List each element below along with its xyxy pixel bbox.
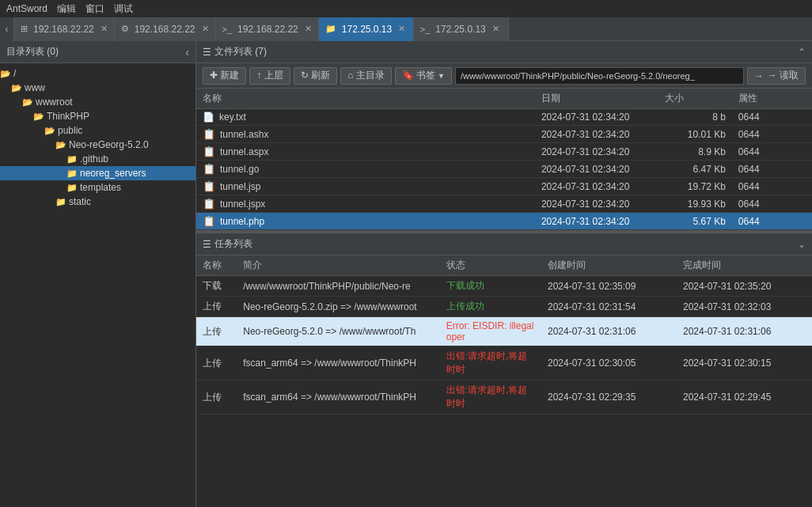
home-button[interactable]: ⌂ 主目录 bbox=[340, 67, 392, 85]
tree-label: www bbox=[25, 82, 45, 93]
col-header-date: 日期 bbox=[535, 89, 658, 109]
tab-tab1[interactable]: ⊞192.168.22.22✕ bbox=[14, 17, 115, 41]
task-row[interactable]: 上传 fscan_arm64 => /www/wwwroot/ThinkPH 出… bbox=[196, 346, 812, 380]
table-row[interactable]: 📋tunnel.jspx 2024-07-31 02:34:20 19.93 K… bbox=[196, 195, 812, 213]
file-name-cell: 📋tunnel.aspx bbox=[196, 143, 535, 161]
table-row[interactable]: 📋tunnel.ashx 2024-07-31 02:34:20 10.01 K… bbox=[196, 126, 812, 143]
tab-close-btn[interactable]: ✕ bbox=[398, 24, 405, 34]
tab-icon: 📁 bbox=[325, 24, 336, 34]
task-desc-cell: fscan_arm64 => /www/wwwroot/ThinkPH bbox=[237, 380, 439, 414]
tab-close-btn[interactable]: ✕ bbox=[305, 24, 312, 34]
new-button[interactable]: ✚ 新建 bbox=[203, 67, 246, 85]
refresh-button[interactable]: ↻ 刷新 bbox=[294, 67, 337, 85]
task-list-header: ☰ 任务列表 ⌄ bbox=[196, 233, 812, 255]
table-row[interactable]: 📋tunnel.aspx 2024-07-31 02:34:20 8.9 Kb … bbox=[196, 143, 812, 161]
task-complete-cell: 2024-07-31 02:31:06 bbox=[677, 317, 812, 346]
file-name: tunnel.php bbox=[220, 216, 264, 227]
tab-tab5[interactable]: >_172.25.0.13✕ bbox=[414, 17, 509, 41]
tab-close-btn[interactable]: ✕ bbox=[101, 24, 108, 34]
tree-node-neo[interactable]: 📂Neo-reGeorg-5.2.0 bbox=[0, 138, 195, 152]
tree-label: ThinkPHP bbox=[47, 111, 89, 122]
task-row[interactable]: 上传 Neo-reGeorg-5.2.0 => /www/wwwroot/Th … bbox=[196, 317, 812, 346]
tree-node-templates[interactable]: 📁templates bbox=[0, 180, 195, 195]
file-table-scroll: 名称 日期 大小 属性 📄key.txt 2024-07-31 02:34:20… bbox=[196, 89, 812, 230]
tab-tab2[interactable]: ⚙192.168.22.22✕ bbox=[115, 17, 216, 41]
file-list-panel: ☰ 文件列表 (7) ⌃ ✚ 新建 ↑ 上层 ↻ 刷新 ⌂ 主目录 🔖 书签 ▼… bbox=[196, 41, 812, 230]
tab-close-btn[interactable]: ✕ bbox=[492, 24, 499, 34]
table-row[interactable]: 📄key.txt 2024-07-31 02:34:20 8 b 0644 bbox=[196, 109, 812, 126]
task-row[interactable]: 上传 fscan_arm64 => /www/wwwroot/ThinkPH 出… bbox=[196, 380, 812, 414]
left-panel: 目录列表 (0) ‹ 📂/📂www📂wwwroot📂ThinkPHP📂publi… bbox=[0, 41, 196, 507]
file-size-cell: 5.67 Kb bbox=[658, 213, 732, 230]
file-size-cell: 10.01 Kb bbox=[658, 126, 732, 143]
task-row[interactable]: 上传 Neo-reGeorg-5.2.0.zip => /www/wwwroot… bbox=[196, 297, 812, 317]
task-row[interactable]: 下载 /www/wwwroot/ThinkPHP/public/Neo-re 下… bbox=[196, 276, 812, 297]
task-name-cell: 上传 bbox=[196, 317, 237, 346]
col-header-attr: 属性 bbox=[732, 89, 812, 109]
code-file-icon: 📋 bbox=[203, 163, 215, 175]
task-create-cell: 2024-07-31 02:31:06 bbox=[541, 317, 677, 346]
folder-icon: 📁 bbox=[66, 154, 78, 165]
bookmark-button[interactable]: 🔖 书签 ▼ bbox=[395, 67, 452, 85]
file-attr-cell: 0644 bbox=[732, 161, 812, 178]
left-panel-collapse-btn[interactable]: ‹ bbox=[185, 46, 189, 59]
tab-label: 172.25.0.13 bbox=[435, 24, 485, 35]
code-file-icon: 📋 bbox=[203, 215, 215, 227]
task-complete-cell: 2024-07-31 02:32:03 bbox=[677, 297, 812, 317]
status-badge: 出错:请求超时,将超时时 bbox=[446, 350, 528, 375]
file-name: tunnel.go bbox=[220, 164, 259, 175]
file-list-collapse-btn[interactable]: ⌃ bbox=[798, 47, 806, 58]
tree-node-wwwroot[interactable]: 📂wwwroot bbox=[0, 95, 195, 109]
tcol-header-status: 状态 bbox=[440, 255, 541, 276]
tree-node-www[interactable]: 📂www bbox=[0, 81, 195, 95]
table-row[interactable]: 📋tunnel.go 2024-07-31 02:34:20 6.47 Kb 0… bbox=[196, 161, 812, 178]
read-button[interactable]: → → 读取 bbox=[747, 67, 806, 85]
up-button[interactable]: ↑ 上层 bbox=[249, 67, 290, 85]
file-name: key.txt bbox=[219, 112, 246, 123]
file-date-cell: 2024-07-31 02:34:20 bbox=[535, 213, 658, 230]
menu-edit[interactable]: 编辑 bbox=[57, 2, 76, 16]
tcol-header-name: 名称 bbox=[196, 255, 237, 276]
tree-node-public[interactable]: 📂public bbox=[0, 123, 195, 138]
tree-label: / bbox=[13, 68, 16, 79]
table-row[interactable]: 📋tunnel.php 2024-07-31 02:34:20 5.67 Kb … bbox=[196, 213, 812, 230]
folder-icon: 📂 bbox=[0, 69, 11, 79]
menu-debug[interactable]: 调试 bbox=[114, 2, 133, 16]
tab-prev-arrow[interactable]: ‹ bbox=[0, 17, 14, 41]
task-table-scroll: 名称 简介 状态 创建时间 完成时间 下载 /www/wwwroot/Think… bbox=[196, 255, 812, 507]
folder-icon: 📁 bbox=[66, 183, 78, 193]
tab-tab4[interactable]: 📁172.25.0.13✕ bbox=[319, 17, 414, 41]
table-row[interactable]: 📋tunnel.jsp 2024-07-31 02:34:20 19.72 Kb… bbox=[196, 178, 812, 195]
tree-node-root[interactable]: 📂/ bbox=[0, 66, 195, 81]
tab-tab3[interactable]: >_192.168.22.22✕ bbox=[216, 17, 319, 41]
task-complete-cell: 2024-07-31 02:30:15 bbox=[677, 346, 812, 380]
tree-label: .github bbox=[80, 153, 108, 165]
task-table: 名称 简介 状态 创建时间 完成时间 下载 /www/wwwroot/Think… bbox=[196, 255, 812, 414]
tab-label: 192.168.22.22 bbox=[135, 24, 195, 35]
tree-node-static[interactable]: 📁static bbox=[0, 195, 195, 209]
main-layout: 目录列表 (0) ‹ 📂/📂www📂wwwroot📂ThinkPHP📂publi… bbox=[0, 41, 812, 507]
folder-icon: 📂 bbox=[55, 140, 66, 150]
tab-icon: ⊞ bbox=[21, 24, 28, 34]
file-toolbar: ✚ 新建 ↑ 上层 ↻ 刷新 ⌂ 主目录 🔖 书签 ▼ /www/wwwroot… bbox=[196, 63, 812, 89]
file-name-cell: 📋tunnel.go bbox=[196, 161, 535, 178]
code-file-icon: 📋 bbox=[203, 180, 215, 192]
tree-label: neoreg_servers bbox=[80, 168, 146, 179]
bookmark-arrow-icon: ▼ bbox=[438, 72, 445, 80]
file-list-title: 文件列表 (7) bbox=[214, 45, 267, 59]
file-size-cell: 8 b bbox=[658, 109, 732, 126]
file-size-cell: 8.9 Kb bbox=[658, 143, 732, 161]
tree-node-thinkphp[interactable]: 📂ThinkPHP bbox=[0, 109, 195, 123]
tree-label: Neo-reGeorg-5.2.0 bbox=[69, 139, 149, 150]
task-list-title: 任务列表 bbox=[214, 237, 252, 251]
task-desc-cell: fscan_arm64 => /www/wwwroot/ThinkPH bbox=[237, 346, 439, 380]
task-list-collapse-btn[interactable]: ⌄ bbox=[798, 239, 806, 250]
file-attr-cell: 0644 bbox=[732, 143, 812, 161]
task-status-cell: 出错:请求超时,将超时时 bbox=[440, 380, 541, 414]
tab-close-btn[interactable]: ✕ bbox=[202, 24, 209, 34]
tree-node-neoreg[interactable]: 📁neoreg_servers bbox=[0, 166, 195, 180]
tree-node-github[interactable]: 📁.github bbox=[0, 152, 195, 166]
menu-window[interactable]: 窗口 bbox=[85, 2, 104, 16]
file-date-cell: 2024-07-31 02:34:20 bbox=[535, 143, 658, 161]
file-attr-cell: 0644 bbox=[732, 178, 812, 195]
